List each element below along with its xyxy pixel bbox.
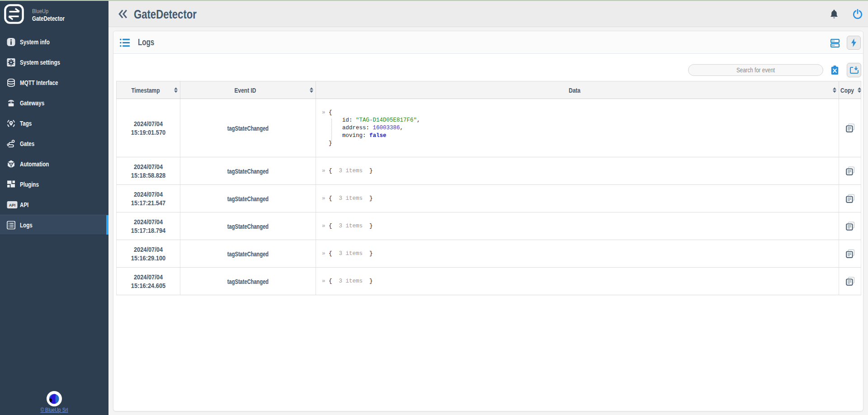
svg-text:API: API bbox=[9, 203, 15, 207]
